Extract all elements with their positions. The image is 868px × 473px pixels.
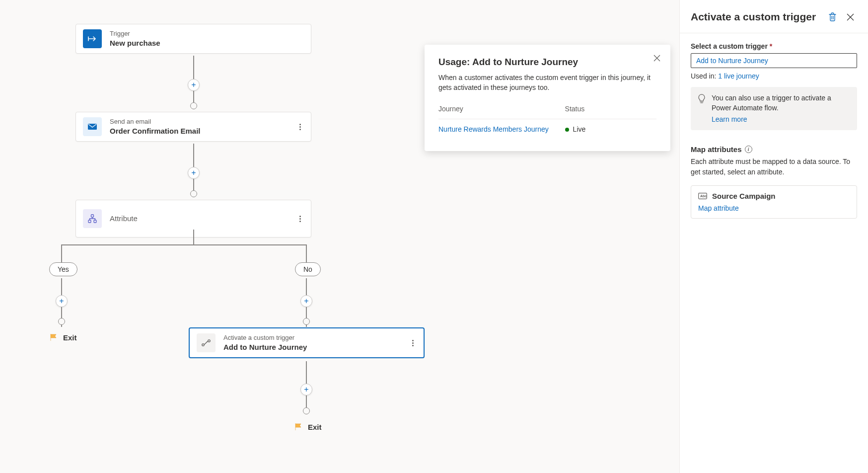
svg-rect-1 — [91, 215, 94, 217]
connector — [193, 230, 194, 244]
status-dot — [565, 128, 569, 132]
popup-title: Usage: Add to Nurture Journey — [438, 57, 656, 68]
node-label: Activate a custom trigger — [223, 334, 409, 342]
svg-rect-2 — [88, 220, 91, 223]
node-title: Attribute — [110, 214, 296, 224]
add-step-button[interactable]: + — [300, 384, 312, 395]
map-attribute-link[interactable]: Map attribute — [698, 204, 739, 212]
connector — [306, 244, 307, 262]
endpoint — [190, 102, 197, 109]
col-status: Status — [565, 102, 656, 119]
attribute-icon — [83, 209, 102, 228]
svg-point-5 — [208, 340, 210, 342]
endpoint — [303, 318, 310, 325]
exit-label: Exit — [308, 423, 322, 431]
lightbulb-icon — [698, 94, 706, 124]
node-label: Send an email — [110, 118, 296, 126]
activate-trigger-node[interactable]: Activate a custom trigger Add to Nurture… — [189, 327, 425, 358]
add-step-button[interactable]: + — [300, 295, 312, 307]
flag-icon — [294, 422, 303, 431]
node-more-button[interactable] — [296, 120, 304, 134]
attribute-name: Source Campaign — [712, 192, 776, 200]
used-in-link[interactable]: 1 live journey — [718, 72, 759, 80]
hint-box: You can also use a trigger to activate a… — [691, 87, 857, 130]
flag-icon — [49, 333, 58, 342]
endpoint — [190, 190, 197, 197]
email-icon — [83, 117, 102, 136]
status-text: Live — [573, 125, 586, 133]
add-step-button[interactable]: + — [188, 79, 200, 91]
endpoint — [303, 407, 310, 414]
panel-title: Activate a custom trigger — [691, 10, 821, 23]
col-journey: Journey — [438, 102, 565, 119]
attribute-card[interactable]: Abc Source Campaign Map attribute — [691, 185, 857, 219]
node-title: New purchase — [110, 38, 304, 48]
node-label: Trigger — [110, 30, 304, 38]
delete-button[interactable] — [825, 10, 839, 24]
exit-marker: Exit — [294, 422, 322, 431]
trigger-icon — [83, 29, 102, 48]
usage-table: Journey Status Nurture Rewards Members J… — [438, 102, 656, 139]
email-node[interactable]: Send an email Order Confirmation Email — [75, 112, 311, 142]
node-more-button[interactable] — [409, 336, 417, 350]
exit-label: Exit — [63, 333, 77, 342]
learn-more-link[interactable]: Learn more — [712, 114, 850, 124]
svg-text:Abc: Abc — [700, 194, 707, 198]
close-icon[interactable] — [653, 55, 660, 62]
add-step-button[interactable]: + — [56, 295, 68, 307]
map-attributes-desc: Each attribute must be mapped to a data … — [691, 157, 857, 177]
svg-point-4 — [202, 344, 204, 346]
connector — [61, 244, 62, 262]
select-trigger-input[interactable] — [691, 53, 857, 68]
node-title: Add to Nurture Journey — [223, 342, 409, 352]
info-icon[interactable]: i — [745, 146, 752, 153]
used-in-text: Used in: 1 live journey — [691, 72, 857, 80]
trigger-node[interactable]: Trigger New purchase — [75, 24, 311, 54]
add-step-button[interactable]: + — [188, 167, 200, 179]
node-more-button[interactable] — [296, 212, 304, 226]
node-title: Order Confirmation Email — [110, 126, 296, 136]
connector — [61, 244, 306, 245]
branch-no-pill[interactable]: No — [295, 262, 321, 276]
endpoint — [58, 318, 65, 325]
table-row: Nurture Rewards Members Journey Live — [438, 119, 656, 139]
hint-text: You can also use a trigger to activate a… — [712, 94, 831, 112]
exit-marker: Exit — [49, 333, 77, 342]
svg-rect-3 — [94, 220, 96, 223]
usage-popup: Usage: Add to Nurture Journey When a cus… — [425, 45, 670, 151]
text-field-icon: Abc — [698, 193, 707, 199]
select-trigger-label: Select a custom trigger * — [691, 42, 857, 50]
journey-link[interactable]: Nurture Rewards Members Journey — [438, 125, 549, 133]
branch-yes-pill[interactable]: Yes — [49, 262, 77, 276]
popup-desc: When a customer activates the custom eve… — [438, 73, 656, 93]
properties-panel: Activate a custom trigger Select a custo… — [679, 0, 868, 473]
close-panel-button[interactable] — [843, 10, 857, 24]
map-attributes-heading: Map attributes i — [691, 145, 857, 154]
activate-icon — [197, 333, 216, 352]
